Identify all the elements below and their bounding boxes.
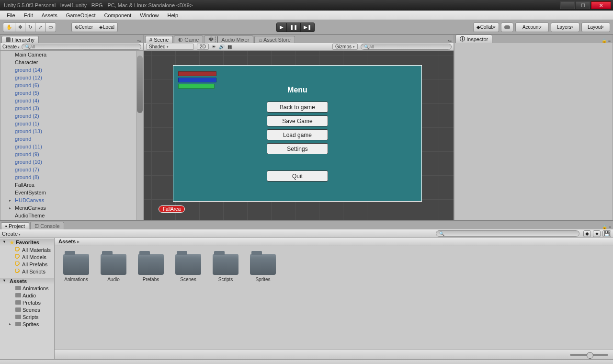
game-tab[interactable]: ◐ Game [174,35,203,43]
hierarchy-item[interactable]: ground (13) [0,127,143,135]
hierarchy-item[interactable]: ground (9) [0,150,143,158]
hierarchy-item[interactable]: ground (11) [0,143,143,150]
cloud-button[interactable] [501,23,513,32]
hierarchy-scrollbar[interactable] [136,51,143,220]
tree-folder-item[interactable]: Scripts [0,313,54,320]
hierarchy-item[interactable]: ground (7) [0,166,143,173]
menu-file[interactable]: File [3,11,19,19]
project-breadcrumb[interactable]: Assets ▸ [55,238,613,246]
menu-assets[interactable]: Assets [38,11,61,19]
favorites-header[interactable]: ★ Favorites [0,239,54,246]
favorite-item[interactable]: All Prefabs [0,261,54,268]
icon-size-slider[interactable] [570,354,608,356]
hierarchy-item[interactable]: ground (14) [0,66,143,74]
lock-icon[interactable]: 🔒 ≡ [602,225,611,229]
step-button[interactable]: ▶❚ [300,23,315,32]
hierarchy-item[interactable]: ground [0,135,143,143]
rect-tool-icon[interactable]: ▭ [45,23,56,32]
hierarchy-list[interactable]: Main CameraCharacterground (14)ground (1… [0,51,143,220]
gizmos-dropdown[interactable]: Gizmos [332,44,358,50]
minimize-button[interactable]: — [560,1,575,9]
hierarchy-tab[interactable]: Hierarchy [1,36,39,43]
hierarchy-item[interactable]: HUDCanvas [0,196,143,204]
favorite-filter-icon[interactable]: ★ [593,230,601,237]
rotate-tool-icon[interactable]: ↻ [25,23,35,32]
save-search-icon[interactable]: 💾 [602,230,611,237]
hierarchy-item[interactable]: EventSystem [0,189,143,196]
tree-folder-item[interactable]: Scenes [0,306,54,313]
tree-folder-item[interactable]: ▸Sprites [0,320,54,328]
hierarchy-item[interactable]: ground (6) [0,81,143,89]
panel-menu-icon[interactable]: ▪≡ [137,38,141,43]
scrollbar-thumb[interactable] [137,56,143,113]
hierarchy-item[interactable]: ground (3) [0,104,143,112]
settings-button[interactable]: Settings [267,143,328,154]
project-tree[interactable]: ★ Favorites All MaterialsAll ModelsAll P… [0,238,55,359]
hierarchy-create-dropdown[interactable]: Create [2,44,20,49]
fallarea-gizmo[interactable]: FallArea [159,205,185,213]
project-search-input[interactable]: 🔍 [436,230,579,237]
tree-folder-item[interactable]: Prefabs [0,299,54,306]
account-dropdown[interactable]: Account [515,23,549,32]
hierarchy-item[interactable]: Character [0,58,143,66]
asset-folder[interactable]: Animations [62,254,90,282]
pause-button[interactable]: ❚❚ [286,23,301,32]
2d-toggle[interactable]: 2D [197,44,209,50]
asset-folder[interactable]: Sprites [249,254,277,282]
maximize-button[interactable]: ☐ [576,1,590,9]
hierarchy-item[interactable]: ground (4) [0,97,143,104]
tree-folder-item[interactable]: Audio [0,292,54,299]
hierarchy-item[interactable]: Main Camera [0,51,143,58]
asset-store-tab[interactable]: ⌂ Asset Store [254,36,295,43]
menu-window[interactable]: Window [136,11,162,19]
tree-folder-item[interactable]: Animations [0,284,54,292]
menu-component[interactable]: Component [100,11,135,19]
audio-icon[interactable]: 🔊 [219,44,225,49]
menu-edit[interactable]: Edit [20,11,37,19]
lock-icon[interactable]: 🔒 ≡ [602,38,611,43]
close-button[interactable]: ✕ [591,1,611,9]
collab-dropdown[interactable]: ◆ Collab [473,23,499,32]
pivot-local-button[interactable]: ◈ Local [96,23,118,32]
hierarchy-search-input[interactable]: 🔍All [22,44,141,50]
hierarchy-item[interactable]: MenuCanvas [0,204,143,212]
scene-tab[interactable]: # Scene [145,36,173,43]
hierarchy-item[interactable]: ground (8) [0,173,143,181]
panel-menu-icon[interactable]: ▪≡ [448,38,452,43]
project-create-dropdown[interactable]: Create [2,231,21,237]
hierarchy-item[interactable]: ground (5) [0,89,143,97]
hierarchy-item[interactable]: ground (10) [0,158,143,166]
hierarchy-item[interactable]: ground (2) [0,112,143,120]
asset-folder[interactable]: Scenes [174,254,202,282]
layout-dropdown[interactable]: Layout [581,23,610,32]
asset-folder[interactable]: Audio [100,254,127,282]
play-button[interactable]: ▶ [276,23,287,32]
assets-header[interactable]: Assets [0,278,54,284]
scene-viewport[interactable]: Menu Back to game Save Game Load game Se… [144,51,454,220]
layers-dropdown[interactable]: Layers [551,23,579,32]
inspector-tab[interactable]: ⓘ Inspector [455,34,492,43]
draw-mode-dropdown[interactable]: Shaded [146,44,194,50]
back-to-game-button[interactable]: Back to game [267,102,328,113]
favorite-item[interactable]: All Scripts [0,268,54,275]
project-tab[interactable]: ▪ Project [1,222,29,229]
favorite-item[interactable]: All Models [0,253,54,261]
pivot-center-button[interactable]: ⊕ Center [71,23,96,32]
favorite-item[interactable]: All Materials [0,246,54,253]
hierarchy-item[interactable]: AudioTheme [0,212,143,219]
search-filter-icon[interactable]: ◆ [583,230,591,237]
hierarchy-item[interactable]: ground (1) [0,120,143,127]
menu-help[interactable]: Help [163,11,182,19]
quit-button[interactable]: Quit [267,171,328,182]
move-tool-icon[interactable]: ✥ [15,23,25,32]
lighting-icon[interactable]: ☀ [212,44,216,49]
hierarchy-item[interactable]: ground (12) [0,74,143,81]
asset-folder[interactable]: Scripts [212,254,239,282]
hand-tool-icon[interactable]: ✋ [3,23,15,32]
audio-mixer-tab[interactable]: �┆⎜ Audio Mixer [204,35,253,43]
load-game-button[interactable]: Load game [267,129,328,140]
hierarchy-item[interactable]: FallArea [0,181,143,189]
save-game-button[interactable]: Save Game [267,115,328,126]
project-grid[interactable]: AnimationsAudioPrefabsScenesScriptsSprit… [55,246,613,350]
menu-gameobject[interactable]: GameObject [62,11,100,19]
